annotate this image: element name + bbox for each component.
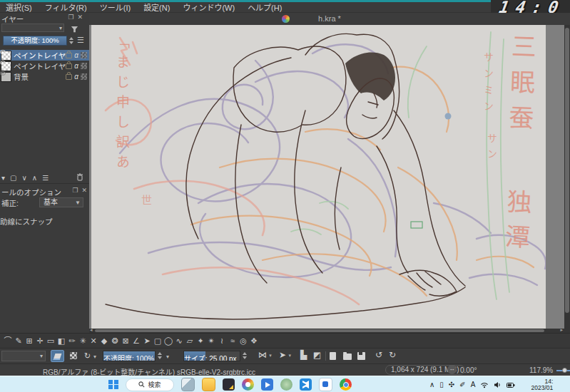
similar-select-tool-icon[interactable]: ✦ xyxy=(196,334,205,347)
scroll-right-icon[interactable]: ▸ xyxy=(560,327,563,333)
freehand-brush-tool-icon[interactable]: ⌒ xyxy=(4,334,12,347)
layer-opacity-slider[interactable]: 不透明度: 100% xyxy=(3,36,67,46)
bezier-select-tool-icon[interactable]: ≀ xyxy=(218,334,226,347)
duplicate-layer-icon[interactable]: ▢ xyxy=(10,174,16,182)
magnetic-select-tool-icon[interactable]: ≈ xyxy=(228,334,237,347)
speaker-icon[interactable] xyxy=(494,378,502,391)
vscode-app-button[interactable] xyxy=(300,378,312,391)
horizontal-scrollbar-thumb[interactable] xyxy=(95,329,544,332)
transform-tool-icon[interactable]: ⊞ xyxy=(25,334,34,347)
workspace-chooser-icon[interactable]: ◩ xyxy=(313,350,321,360)
brush-opacity-slider[interactable]: 不透明度: 100% xyxy=(103,351,156,361)
add-layer-caret-icon[interactable]: ▾ xyxy=(1,174,5,182)
task-view-button[interactable] xyxy=(181,378,195,391)
brush-preset-dropdown[interactable]: ▾ xyxy=(1,351,46,361)
layer-thumbnail[interactable] xyxy=(1,61,11,71)
blend-mode-dropdown[interactable]: ▾ xyxy=(1,24,64,32)
mirror-horizontal-icon[interactable]: ⋈ ▾ xyxy=(258,350,272,360)
enclose-fill-tool-icon[interactable]: ❂ xyxy=(111,334,119,347)
menu-settings[interactable]: 設定(N) xyxy=(143,1,170,13)
canvas-document[interactable]: 「まじ申し訳あ 世 サンミン サン 三眠蚕 独潭 xyxy=(91,25,546,329)
inherit-alpha-icon[interactable] xyxy=(81,63,87,69)
inherit-alpha-icon[interactable] xyxy=(81,73,87,80)
vertical-scrollbar[interactable] xyxy=(564,25,570,329)
rect-select-tool-icon[interactable]: ▢ xyxy=(153,334,162,347)
multibrush-tool-icon[interactable]: ✕ xyxy=(89,334,98,347)
reload-preset-button[interactable]: ↻ xyxy=(81,350,94,362)
delete-layer-icon[interactable] xyxy=(76,173,83,182)
tray-chevron-icon[interactable]: ∧ xyxy=(429,381,434,388)
open-document-icon[interactable] xyxy=(343,354,352,360)
move-layer-down-icon[interactable]: ∨ xyxy=(21,174,26,182)
inherit-alpha-icon[interactable] xyxy=(81,52,87,58)
menu-select[interactable]: 選択(S) xyxy=(6,1,32,13)
lock-icon[interactable] xyxy=(66,63,72,69)
float-docker-icon[interactable]: ❐ xyxy=(68,14,77,21)
crop-tool-icon[interactable]: ▭ xyxy=(46,334,55,347)
krita-app-button[interactable] xyxy=(242,378,254,391)
vertical-scrollbar-thumb[interactable] xyxy=(565,28,569,313)
ellipse-select-tool-icon[interactable]: ◯ xyxy=(164,334,173,347)
blue-app-button[interactable] xyxy=(319,378,332,391)
start-button[interactable] xyxy=(108,380,118,390)
tray-usb-icon[interactable]: ▯ xyxy=(439,381,444,388)
media-app-button[interactable] xyxy=(261,378,273,391)
layer-row-background[interactable]: 背景 α xyxy=(0,71,89,82)
freehand-select-tool-icon[interactable]: ∿ xyxy=(175,334,183,347)
layer-thumbnail[interactable] xyxy=(1,51,11,61)
green-app-button[interactable] xyxy=(280,378,292,391)
correction-dropdown[interactable]: 基本 ▼ xyxy=(39,197,83,207)
polygon-select-tool-icon[interactable]: ▱ xyxy=(185,334,194,347)
alpha-lock-icon[interactable]: α xyxy=(74,62,78,70)
pan-tool-icon[interactable]: ❖ xyxy=(250,334,258,347)
layer-properties-icon[interactable]: ☰ xyxy=(42,174,49,182)
layer-row-paint-1[interactable]: ペイントレイヤー 1 α xyxy=(0,61,89,71)
zoom-slider-knob[interactable] xyxy=(562,368,567,373)
ime-indicator[interactable]: A xyxy=(471,381,476,388)
tray-pen-icon[interactable]: ✐ xyxy=(459,381,465,388)
layer-thumbnail[interactable] xyxy=(1,72,11,82)
zoom-tool-icon[interactable]: ◎ xyxy=(239,334,248,347)
undo-icon[interactable]: ↺ xyxy=(375,350,382,360)
scroll-left-icon[interactable]: ◂ xyxy=(90,327,93,333)
rotation-reset-icon[interactable]: ↔ xyxy=(447,365,457,374)
contiguous-select-tool-icon[interactable]: ✴ xyxy=(207,334,215,347)
dark-app-button[interactable] xyxy=(223,378,235,391)
trim-canvas-icon[interactable]: ▙ xyxy=(300,350,307,360)
close-docker-icon[interactable]: ✕ xyxy=(77,14,86,21)
edit-shapes-tool-icon[interactable]: ✎ xyxy=(14,334,23,347)
new-document-icon[interactable] xyxy=(330,352,336,360)
fill-tool-icon[interactable]: ◆ xyxy=(100,334,108,347)
chevron-down-icon[interactable]: ▾ xyxy=(166,354,169,360)
float-docker-icon[interactable]: ❐ xyxy=(72,187,81,194)
redo-icon[interactable]: ↻ xyxy=(389,350,396,360)
menu-tools[interactable]: ツール(I) xyxy=(100,1,131,13)
mirror-vertical-icon[interactable]: ➤ ▾ xyxy=(279,350,291,360)
chevron-down-icon[interactable]: ▾ xyxy=(93,354,96,360)
lock-icon[interactable] xyxy=(66,74,72,80)
battery-icon[interactable] xyxy=(507,378,515,391)
alpha-lock-icon[interactable]: α xyxy=(74,73,78,81)
assistants-tool-icon[interactable]: ➤ xyxy=(143,334,151,347)
gradient-tool-icon[interactable]: ◧ xyxy=(57,334,66,347)
chrome-app-button[interactable] xyxy=(340,378,352,391)
taskbar-clock[interactable]: 14: 2023/01 xyxy=(520,378,553,391)
smart-patch-tool-icon[interactable]: ⊠ xyxy=(121,334,130,347)
measure-tool-icon[interactable]: ∠ xyxy=(132,334,141,347)
menu-help[interactable]: ヘルプ(H) xyxy=(248,1,282,13)
brush-size-slider[interactable]: サイズ: 25.00 px xyxy=(183,351,240,361)
taskbar-search[interactable]: 検索 xyxy=(126,378,174,391)
wifi-icon[interactable] xyxy=(480,378,489,391)
move-layer-up-icon[interactable]: ∧ xyxy=(32,174,37,182)
layer-row-paint-2[interactable]: ペイントレイヤー 2 α xyxy=(0,50,89,61)
move-tool-icon[interactable]: ✛ xyxy=(36,334,44,347)
layer-options-icon[interactable]: ☰ xyxy=(77,36,84,45)
save-document-icon[interactable] xyxy=(357,352,365,360)
tray-cloud-icon[interactable]: ✣ xyxy=(449,381,454,388)
menu-window[interactable]: ウィンドウ(W) xyxy=(183,1,235,13)
pattern-edit-tool-icon[interactable]: ✳ xyxy=(78,334,87,347)
file-explorer-button[interactable] xyxy=(202,378,215,391)
color-sampler-tool-icon[interactable]: ✏ xyxy=(68,334,76,347)
snap-assistants-label[interactable]: 助線にスナップ xyxy=(0,216,53,227)
opacity-spinner[interactable] xyxy=(68,36,74,46)
